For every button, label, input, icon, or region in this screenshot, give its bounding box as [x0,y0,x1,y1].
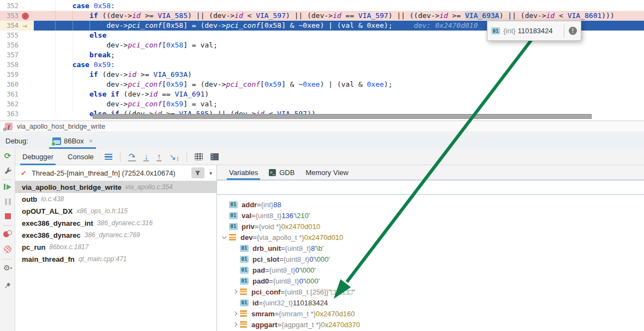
stack-frame[interactable]: exec386_dynarec_int386_dynarec.c:316 [15,217,216,229]
variable-row[interactable]: smram = {smram_t *} 0x2470d160 [217,308,644,319]
settings-wrench-icon[interactable] [0,167,15,177]
filter-frames-button[interactable] [191,167,204,178]
mute-breakpoints-icon[interactable] [0,245,15,255]
line-number: 357 [0,50,19,60]
variable-row[interactable]: 01addr = {int} 88 [217,199,644,210]
editor-gutter[interactable]: 360 [0,80,34,89]
frame-location: qt_main.cpp:471 [79,255,127,263]
evaluate-expression-input[interactable] [217,180,644,194]
chevron-right-icon[interactable] [231,320,240,329]
stack-frame[interactable]: via_apollo_host_bridge_writevia_apollo.c… [15,181,216,193]
chevron-right-icon[interactable] [231,287,240,296]
tab-variables[interactable]: Variables [224,165,263,179]
chevron-spacer [220,211,229,220]
variable-row[interactable]: pci_conf = {uint8_t [256]} "□□□□□" [217,286,644,297]
line-number: 355 [0,31,19,40]
step-out-icon[interactable]: ↑ [157,152,162,161]
view-breakpoints-icon[interactable] [0,230,15,239]
editor-gutter[interactable]: 356 [0,40,34,50]
variable-name: addr [242,201,257,209]
frame-function: main_thread_fn [22,255,75,263]
chevron-down-icon[interactable] [220,233,229,242]
editor-gutter[interactable]: 355 [0,31,34,40]
stack-frame[interactable]: opOUT_AL_DXx86_ops_io.h:115 [15,205,216,217]
stack-frame[interactable]: main_thread_fnqt_main.cpp:471 [15,253,216,265]
run-to-cursor-icon[interactable]: ↘I [169,152,178,162]
rerun-icon[interactable]: ⟳ [0,152,15,160]
code-line: 362 dev->pci_conf[0x59] = val; [0,99,644,109]
frame-function: exec386_dynarec [22,231,81,239]
debug-toolwindow-header: Debug: 86Box × [0,133,644,149]
pause-icon [0,198,15,205]
editor-gutter[interactable]: 359 [0,70,34,80]
thread-selector[interactable]: ✔ Thread-25-[main_thread_fn] (72524.0x10… [15,165,216,181]
tab-console[interactable]: Console [61,149,101,165]
stack-frame[interactable]: exec386_dynarec386_dynarec.c:769 [15,229,216,241]
breadcrumb-function-name[interactable]: via_apollo_host_bridge_write [17,123,105,130]
primitive-value-icon: 01 [240,267,249,274]
line-number: 363 [0,109,19,119]
variable-value: '\000' [299,266,316,274]
view-options-icon[interactable] [105,153,112,161]
editor-gutter[interactable]: 363 [0,109,34,119]
variable-row[interactable]: 01id = {uint32_t} 110183424 [217,297,644,308]
code-text: if (dev->id >= VIA_693A) [34,70,644,80]
chevron-down-icon[interactable]: ▾ [209,170,212,176]
tab-debugger[interactable]: Debugger [15,149,61,165]
editor-gutter[interactable]: 357 [0,50,34,60]
editor-horizontal-scrollbar[interactable] [93,114,592,119]
variable-type: {uint8_t} [285,244,311,252]
primitive-value-icon: 01 [229,201,238,208]
tab-memory-view[interactable]: Memory View [300,165,354,179]
code-editor[interactable]: 352 case 0x58:353✓ if ((dev->id >= VIA_5… [0,0,644,121]
variable-row[interactable]: 01pad0 = {uint8_t} 0 '\000' [217,275,644,286]
resume-icon[interactable] [0,184,15,190]
variable-row[interactable]: agpgart = {agpgart_t *} 0x2470d370 [217,319,644,330]
stack-frame[interactable]: pc_run86box.c:1817 [15,241,216,253]
editor-gutter[interactable]: 361 [0,89,34,99]
chevron-spacer [231,244,240,252]
equals: = [275,310,279,318]
value-tooltip: 01 {int} 110183424 ! [487,21,581,41]
primitive-value-icon: 01 [240,256,249,263]
frame-function: opOUT_AL_DX [22,207,73,215]
variable-row[interactable]: 01val = {uint8_t} 136 '\210' [217,210,644,221]
variable-row[interactable]: dev = {via_apollo_t *} 0x2470d010 [217,232,644,243]
tab-gdb[interactable]: >_GDB [263,165,300,179]
tooltip-divider [564,25,564,38]
variable-type: {uint8_t} [256,212,282,220]
pin-icon[interactable] [0,281,15,291]
frame-location: 86box.c:1817 [49,243,88,251]
variable-row[interactable]: 01pci_slot = {uint8_t} 0 '\000' [217,254,644,264]
code-line: 358 case 0x59: [0,60,644,70]
session-tab-86box[interactable]: 86Box × [49,133,96,149]
breakpoint-icon[interactable]: ✓ [22,13,29,20]
layout-settings-icon[interactable] [210,153,219,160]
stop-icon[interactable] [0,213,15,221]
equals: = [280,288,285,296]
variable-type: {uint8_t} [273,277,299,285]
primitive-value-icon: 01 [491,27,500,34]
editor-gutter[interactable]: 352 [0,1,34,11]
app-window-icon [52,137,61,145]
step-over-icon[interactable]: ↷ [128,152,136,161]
code-text: case 0x58: [34,1,644,11]
stack-frame[interactable]: outbio.c:438 [15,193,216,205]
evaluate-expression-icon[interactable] [195,153,203,160]
variable-row[interactable]: 01drb_unit = {uint8_t} 8 '\b' [217,243,644,254]
editor-gutter[interactable]: 362 [0,99,34,109]
chevron-right-icon[interactable] [231,309,240,318]
variable-row[interactable]: 01pad = {uint8_t} 0 '\000' [217,264,644,275]
primitive-value-icon: 01 [240,299,249,306]
code-line: 359 if (dev->id >= VIA_693A) [0,70,644,80]
editor-gutter[interactable]: 354→ [0,21,34,31]
step-into-icon[interactable]: ↓ [143,152,149,161]
variable-row[interactable]: 01priv = {void *} 0x2470d010 [217,221,644,232]
code-line: 356 dev->pci_conf[0x58] = val; [0,40,644,50]
divider [3,225,12,226]
info-icon[interactable]: ! [569,27,577,35]
editor-gutter[interactable]: 353✓ [0,11,34,21]
close-icon[interactable]: × [89,137,93,145]
editor-gutter[interactable]: 358 [0,60,34,70]
gear-icon[interactable]: ⚙ [0,264,15,273]
